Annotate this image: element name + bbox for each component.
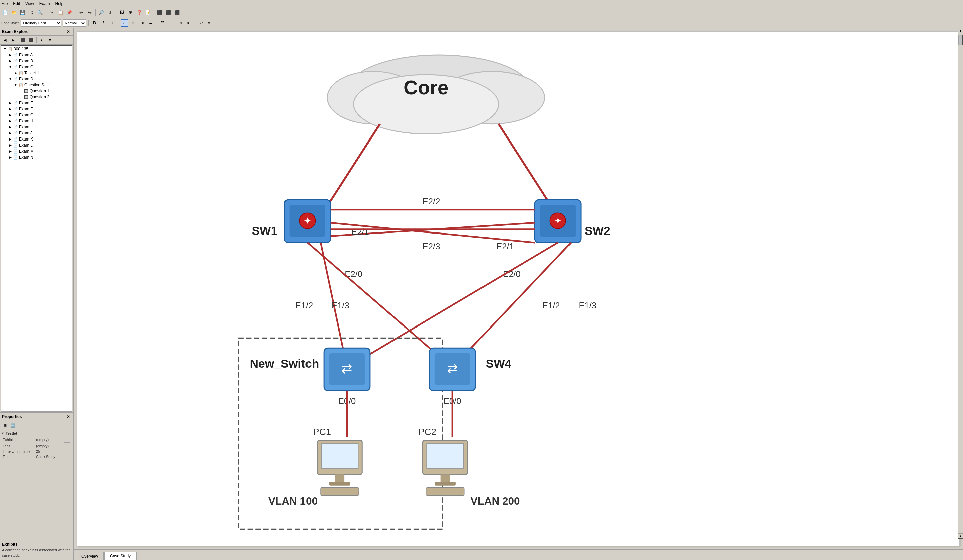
underline-btn[interactable]: U: [109, 19, 116, 27]
print-btn[interactable]: 🖨: [28, 9, 36, 17]
tree-item-q1[interactable]: ▶ 🔲 Question 1: [1, 88, 72, 94]
tree-up-btn[interactable]: ▲: [38, 36, 45, 44]
svg-rect-38: [441, 474, 450, 482]
expand-examK[interactable]: ▶: [8, 136, 13, 142]
prop-row-tabs: Tabs (empty): [2, 443, 71, 448]
redo-btn[interactable]: ↪: [86, 9, 94, 17]
tree-item-examE[interactable]: ▶ 📄 Exam E: [1, 100, 72, 106]
tree-item-examI[interactable]: ▶ 📄 Exam I: [1, 124, 72, 130]
paste-btn[interactable]: 📌: [65, 9, 73, 17]
tree-down-btn[interactable]: ▼: [46, 36, 54, 44]
tree-item-examH[interactable]: ▶ 📄 Exam H: [1, 118, 72, 124]
undo-btn[interactable]: ↩: [77, 9, 85, 17]
tree-item-root[interactable]: ▼ 📋 300-135: [1, 46, 72, 52]
tree-item-examB[interactable]: ▶ 📄 Exam B: [1, 58, 72, 64]
find-next-btn[interactable]: ⇩: [106, 9, 114, 17]
tree-view[interactable]: ▼ 📋 300-135 ▶ 📄 Exam A ▶ 📄 Exam B ▼: [1, 45, 72, 412]
insert-q-btn[interactable]: ❓: [135, 9, 143, 17]
find-btn[interactable]: 🔎: [97, 9, 105, 17]
expand-q1[interactable]: ▶: [18, 88, 24, 94]
expand-examH[interactable]: ▶: [8, 118, 13, 124]
tree-item-examF[interactable]: ▶ 📄 Exam F: [1, 106, 72, 112]
expand-examA[interactable]: ▶: [8, 52, 13, 58]
exam-explorer-close[interactable]: ✕: [66, 29, 71, 34]
save-btn[interactable]: 💾: [19, 9, 27, 17]
tree-item-examL[interactable]: ▶ 📄 Exam L: [1, 142, 72, 148]
tree-item-examN[interactable]: ▶ 📄 Exam N: [1, 154, 72, 160]
tree-item-examA[interactable]: ▶ 📄 Exam A: [1, 52, 72, 58]
expand-examE[interactable]: ▶: [8, 100, 13, 106]
prop-value-exhibits: (empty): [36, 437, 63, 442]
scroll-down-btn[interactable]: ▼: [958, 533, 963, 539]
expand-examF[interactable]: ▶: [8, 106, 13, 112]
expand-examM[interactable]: ▶: [8, 149, 13, 154]
tree-item-qset1[interactable]: ▼ 📋 Question Set 1: [1, 82, 72, 88]
expand-examD[interactable]: ▼: [8, 76, 13, 82]
new-btn[interactable]: 📄: [2, 9, 10, 17]
tab-case-study[interactable]: Case Study: [104, 552, 136, 560]
expand-q2[interactable]: ▶: [18, 94, 24, 100]
expand-examN[interactable]: ▶: [8, 155, 13, 160]
tree-nav-btn1[interactable]: ◀: [2, 36, 9, 44]
tree-label-examE: Exam E: [19, 101, 33, 105]
scroll-thumb[interactable]: [958, 35, 963, 45]
canvas-wrapper: Core ⇄ ✦: [74, 28, 963, 549]
tool2-btn[interactable]: ⬛: [164, 9, 172, 17]
cut-btn[interactable]: ✂: [48, 9, 56, 17]
spell-btn[interactable]: 📝: [144, 9, 152, 17]
expand-qset1[interactable]: ▼: [13, 82, 18, 87]
tree-item-testlet1[interactable]: ▶ 📋 Testlet 1: [1, 70, 72, 76]
tree-item-examJ[interactable]: ▶ 📄 Exam J: [1, 130, 72, 136]
indent-in-btn[interactable]: ⇥: [177, 19, 184, 27]
italic-btn[interactable]: I: [100, 19, 107, 27]
expand-root[interactable]: ▼: [2, 46, 8, 52]
copy-btn[interactable]: 📋: [57, 9, 65, 17]
menu-edit[interactable]: Edit: [13, 2, 20, 6]
menu-help[interactable]: Help: [55, 2, 63, 6]
tree-nav-btn2[interactable]: ▶: [10, 36, 17, 44]
expand-examL[interactable]: ▶: [8, 142, 13, 148]
network-diagram: Core ⇄ ✦: [77, 32, 959, 545]
menu-view[interactable]: View: [26, 2, 34, 6]
expand-examI[interactable]: ▶: [8, 125, 13, 130]
expand-examC[interactable]: ▼: [8, 64, 13, 70]
align-left-btn[interactable]: ⇤: [121, 19, 128, 27]
expand-examJ[interactable]: ▶: [8, 131, 13, 136]
align-center-btn[interactable]: ≡: [130, 19, 137, 27]
open-btn[interactable]: 📂: [10, 9, 18, 17]
tree-nav-btn4[interactable]: ⬛: [28, 36, 35, 44]
tree-item-examG[interactable]: ▶ 📄 Exam G: [1, 112, 72, 118]
scroll-up-btn[interactable]: ▲: [958, 28, 963, 34]
tree-nav-btn3[interactable]: ⬛: [20, 36, 27, 44]
insert-table-btn[interactable]: ⊞: [126, 9, 135, 17]
menu-exam[interactable]: Exam: [39, 2, 50, 6]
bold-btn[interactable]: B: [91, 19, 98, 27]
tab-overview[interactable]: Overview: [76, 552, 104, 560]
font-size-select[interactable]: Normal: [63, 19, 86, 27]
properties-close[interactable]: ✕: [66, 414, 71, 419]
align-justify-btn[interactable]: ≣: [147, 19, 154, 27]
tree-item-examM[interactable]: ▶ 📄 Exam M: [1, 148, 72, 154]
tree-item-q2[interactable]: ▶ 🔲 Question 2: [1, 94, 72, 100]
prop-exhibits-btn[interactable]: …: [63, 437, 70, 443]
insert-image-btn[interactable]: 🖼: [118, 9, 126, 17]
indent-out-btn[interactable]: ⇤: [185, 19, 193, 27]
tool1-btn[interactable]: ⬛: [156, 9, 164, 17]
menu-file[interactable]: File: [2, 2, 8, 6]
prop-btn1[interactable]: ⊞: [2, 421, 9, 429]
tool3-btn[interactable]: ⬛: [173, 9, 181, 17]
sub-btn[interactable]: x₂: [206, 19, 214, 27]
expand-testlet1[interactable]: ▶: [13, 70, 18, 76]
expand-examG[interactable]: ▶: [8, 112, 13, 118]
align-right-btn[interactable]: ⇥: [138, 19, 146, 27]
print-preview-btn[interactable]: 🔍: [36, 9, 44, 17]
font-name-select[interactable]: Ordinary Font: [21, 19, 61, 27]
tree-item-examK[interactable]: ▶ 📄 Exam K: [1, 136, 72, 142]
super-btn[interactable]: x²: [198, 19, 205, 27]
tree-item-examC[interactable]: ▼ 📄 Exam C: [1, 64, 72, 70]
expand-examB[interactable]: ▶: [8, 58, 13, 63]
prop-btn2[interactable]: 🔤: [10, 421, 17, 429]
list-unordered-btn[interactable]: ⁝: [168, 19, 175, 27]
tree-item-examD[interactable]: ▼ 📄 Exam D: [1, 76, 72, 82]
list-ordered-btn[interactable]: ☷: [159, 19, 167, 27]
